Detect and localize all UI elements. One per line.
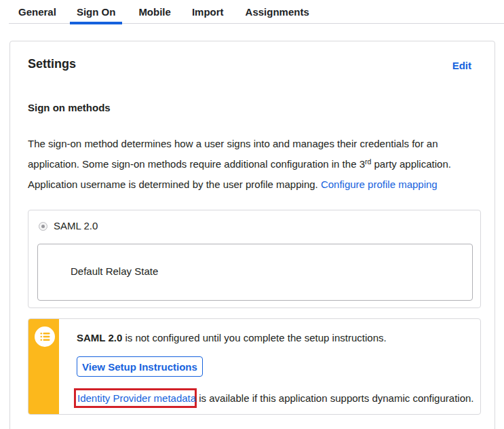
- callout-message-bold: SAML 2.0: [77, 332, 122, 343]
- view-setup-instructions-button[interactable]: View Setup Instructions: [77, 356, 203, 377]
- tab-assignments-label: Assignments: [246, 6, 309, 18]
- configure-profile-mapping-link[interactable]: Configure profile mapping: [321, 179, 438, 190]
- panel-title: Settings: [28, 56, 76, 71]
- section-title: Sign on methods: [28, 102, 111, 113]
- list-icon: [35, 327, 55, 347]
- tab-import-label: Import: [192, 6, 224, 18]
- identity-provider-metadata-link[interactable]: Identity Provider metadata: [77, 392, 196, 404]
- edit-link[interactable]: Edit: [452, 60, 471, 71]
- tab-sign-on[interactable]: Sign On: [77, 0, 116, 24]
- tab-import[interactable]: Import: [192, 0, 224, 24]
- saml-method-box: SAML 2.0 Default Relay State: [28, 210, 481, 308]
- ordinal-superscript: rd: [365, 157, 371, 166]
- settings-panel: Settings Edit Sign on methods The sign-o…: [9, 41, 495, 429]
- tab-mobile-label: Mobile: [138, 6, 171, 18]
- tab-assignments[interactable]: Assignments: [246, 0, 309, 24]
- tab-general-label: General: [18, 6, 56, 18]
- warning-callout: SAML 2.0 is not configured until you com…: [28, 318, 481, 415]
- metadata-line: Identity Provider metadata is available …: [77, 393, 473, 404]
- relay-state-label: Default Relay State: [71, 266, 158, 277]
- saml-radio-button[interactable]: [39, 222, 47, 231]
- description-paragraph-2: Application username is determined by th…: [28, 174, 472, 195]
- description-text-3: Application username is determined by th…: [28, 179, 321, 190]
- relay-state-box: Default Relay State: [37, 244, 473, 301]
- tab-sign-on-label: Sign On: [77, 6, 116, 18]
- tab-mobile[interactable]: Mobile: [138, 0, 171, 24]
- tab-general[interactable]: General: [18, 0, 56, 24]
- callout-message: SAML 2.0 is not configured until you com…: [77, 333, 387, 343]
- tab-bar: General Sign On Mobile Import Assignment…: [9, 0, 504, 24]
- callout-message-text: is not configured until you complete the…: [122, 332, 386, 343]
- description-text-2: party application.: [371, 158, 451, 170]
- description-block: The sign-on method determines how a user…: [28, 134, 472, 195]
- description-paragraph-1: The sign-on method determines how a user…: [28, 134, 472, 174]
- metadata-line-text: is available if this application support…: [196, 392, 473, 404]
- saml-radio-label: SAML 2.0: [54, 221, 98, 231]
